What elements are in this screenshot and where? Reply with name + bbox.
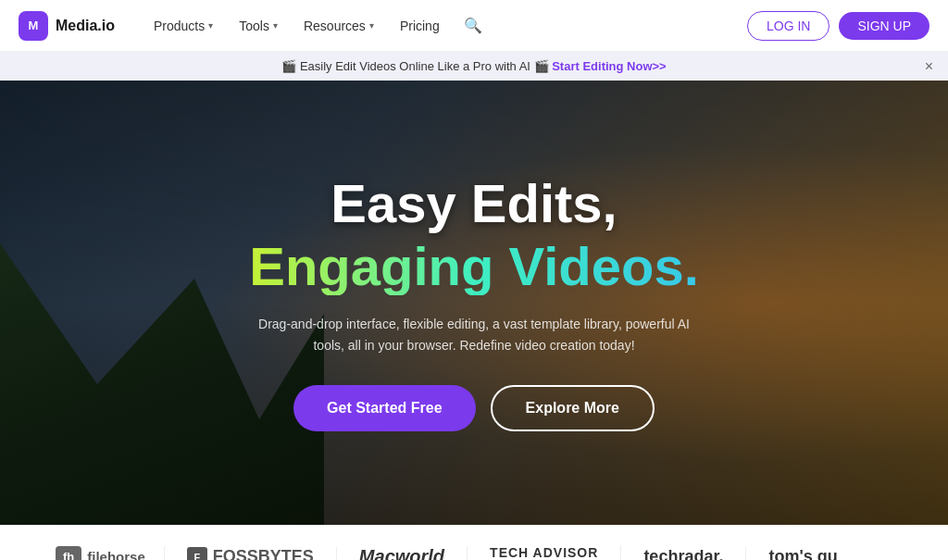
chevron-down-icon: ▾ bbox=[273, 20, 278, 31]
logo-filehorse[interactable]: fh filehorse bbox=[37, 546, 165, 560]
login-button[interactable]: LOG IN bbox=[747, 11, 830, 41]
nav-items: Products ▾ Tools ▾ Resources ▾ Pricing 🔍 bbox=[143, 11, 747, 40]
techradar-label: techradar. bbox=[643, 547, 723, 560]
announcement-link[interactable]: Start Editing Now>> bbox=[552, 59, 667, 73]
announcement-icon-right: 🎬 bbox=[534, 59, 553, 73]
hero-title-line1: Easy Edits, bbox=[331, 174, 617, 233]
nav-label-pricing: Pricing bbox=[400, 19, 440, 33]
hero-title-line2: Engaging Videos. bbox=[249, 237, 699, 296]
nav-item-resources[interactable]: Resources ▾ bbox=[293, 13, 385, 39]
logo-techradar[interactable]: techradar. bbox=[621, 547, 746, 560]
announcement-bar: 🎬 Easily Edit Videos Online Like a Pro w… bbox=[0, 52, 948, 81]
nav-label-resources: Resources bbox=[304, 19, 366, 33]
filehorse-icon: fh bbox=[56, 546, 81, 560]
hero-subtitle: Drag-and-drop interface, flexible editin… bbox=[252, 314, 696, 355]
search-button[interactable]: 🔍 bbox=[455, 11, 492, 40]
chevron-down-icon: ▾ bbox=[369, 20, 374, 31]
get-started-button[interactable]: Get Started Free bbox=[293, 385, 475, 431]
search-icon: 🔍 bbox=[464, 18, 482, 33]
logo-icon: M bbox=[19, 11, 48, 41]
logo-toms-guide[interactable]: tom's gu bbox=[746, 547, 859, 560]
signup-button[interactable]: SIGN UP bbox=[839, 12, 929, 40]
navbar: M Media.io Products ▾ Tools ▾ Resources … bbox=[0, 0, 948, 52]
chevron-down-icon: ▾ bbox=[208, 20, 213, 31]
logo-tech-advisor[interactable]: TECH ADVISOR FROM IDG bbox=[468, 545, 621, 561]
macworld-label: Macworld bbox=[359, 546, 444, 560]
logo-fossbytes[interactable]: F FOSSBYTES bbox=[165, 547, 337, 561]
logo-macworld[interactable]: Macworld bbox=[337, 546, 468, 560]
announcement-text: 🎬 Easily Edit Videos Online Like a Pro w… bbox=[19, 59, 929, 73]
logos-bar: fh filehorse F FOSSBYTES Macworld TECH A… bbox=[0, 525, 948, 560]
logo[interactable]: M Media.io bbox=[19, 11, 115, 41]
toms-guide-label: tom's gu bbox=[768, 547, 837, 560]
announcement-message: Easily Edit Videos Online Like a Pro wit… bbox=[300, 59, 530, 73]
announcement-icon-left: 🎬 bbox=[281, 59, 296, 73]
fossbytes-icon: F bbox=[187, 547, 207, 561]
fossbytes-label: FOSSBYTES bbox=[213, 547, 314, 560]
hero-section: Easy Edits, Engaging Videos. Drag-and-dr… bbox=[0, 81, 948, 525]
nav-label-products: Products bbox=[154, 19, 205, 33]
filehorse-label: filehorse bbox=[87, 549, 145, 560]
nav-item-pricing[interactable]: Pricing bbox=[389, 13, 451, 39]
nav-item-tools[interactable]: Tools ▾ bbox=[228, 13, 289, 39]
hero-buttons: Get Started Free Explore More bbox=[293, 385, 655, 431]
nav-label-tools: Tools bbox=[239, 19, 269, 33]
logo-abbr: M bbox=[29, 19, 39, 32]
logo-text: Media.io bbox=[56, 18, 115, 34]
tech-advisor-label: TECH ADVISOR bbox=[490, 545, 598, 560]
close-button[interactable]: × bbox=[925, 58, 933, 75]
explore-more-button[interactable]: Explore More bbox=[491, 385, 655, 431]
nav-actions: LOG IN SIGN UP bbox=[747, 11, 929, 41]
hero-content: Easy Edits, Engaging Videos. Drag-and-dr… bbox=[0, 81, 948, 525]
nav-item-products[interactable]: Products ▾ bbox=[143, 13, 224, 39]
